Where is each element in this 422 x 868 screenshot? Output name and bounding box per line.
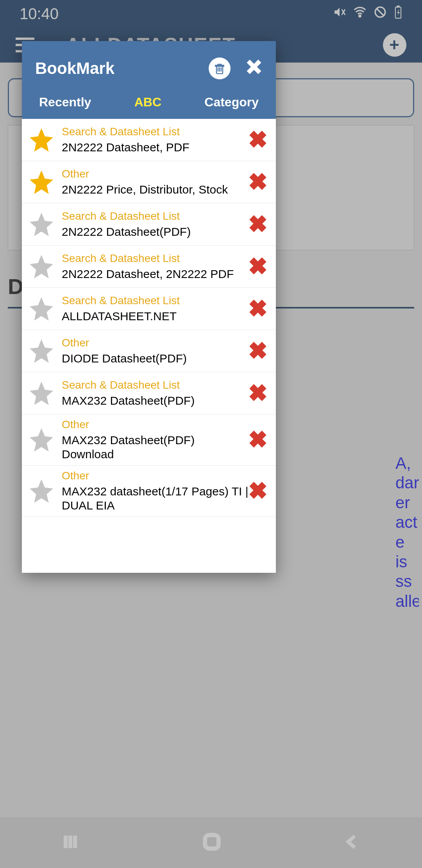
bookmark-category: Other (62, 418, 249, 431)
bookmark-text: OtherMAX232 datasheet(1/17 Pages) TI | D… (55, 470, 249, 513)
bookmark-row[interactable]: Search & Datasheet ListMAX232 Datasheet(… (22, 372, 276, 414)
bookmark-title: 2N2222 Datasheet, 2N2222 PDF (62, 267, 249, 281)
delete-button[interactable] (249, 299, 270, 319)
bookmark-text: OtherMAX232 Datasheet(PDF) Download (55, 418, 249, 461)
tab-category[interactable]: Category (204, 95, 259, 109)
modal-header: BookMark Recently ABC Category (22, 41, 276, 119)
bookmark-list[interactable]: Search & Datasheet List2N2222 Datasheet,… (22, 119, 276, 573)
bookmark-text: Search & Datasheet ListALLDATASHEET.NET (55, 294, 249, 323)
bookmark-text: Other2N2222 Price, Distributor, Stock (55, 168, 249, 197)
delete-button[interactable] (249, 172, 270, 192)
bookmark-title: DIODE Datasheet(PDF) (62, 352, 249, 366)
bookmark-category: Other (62, 470, 249, 482)
svg-rect-4 (205, 835, 219, 849)
tab-abc[interactable]: ABC (134, 95, 161, 109)
star-icon[interactable] (27, 253, 55, 281)
bookmark-row[interactable]: Search & Datasheet List2N2222 Datasheet,… (22, 246, 276, 288)
delete-button[interactable] (249, 130, 270, 150)
bookmark-category: Search & Datasheet List (62, 252, 249, 265)
star-icon[interactable] (27, 295, 55, 323)
bookmark-category: Other (62, 168, 249, 180)
star-icon[interactable] (27, 210, 55, 239)
bookmark-title: MAX232 Datasheet(PDF) (62, 394, 249, 408)
bookmark-category: Search & Datasheet List (62, 294, 249, 307)
delete-button[interactable] (249, 341, 270, 361)
star-icon[interactable] (27, 426, 55, 454)
bookmark-category: Search & Datasheet List (62, 210, 249, 222)
star-icon[interactable] (27, 477, 55, 505)
delete-button[interactable] (249, 430, 270, 450)
star-icon[interactable] (27, 168, 55, 196)
bookmark-title: 2N2222 Datasheet, PDF (62, 140, 249, 154)
bookmark-row[interactable]: OtherMAX232 datasheet(1/17 Pages) TI | D… (22, 466, 276, 517)
bookmark-row[interactable]: Search & Datasheet ListALLDATASHEET.NET (22, 288, 276, 330)
modal-title: BookMark (35, 59, 114, 78)
bookmark-text: Search & Datasheet List2N2222 Datasheet,… (55, 252, 249, 281)
android-navbar (0, 817, 422, 868)
bookmark-category: Other (62, 337, 249, 349)
nav-recents[interactable] (61, 832, 80, 853)
bookmark-text: Search & Datasheet List2N2222 Datasheet,… (55, 126, 249, 154)
bookmark-text: Search & Datasheet ListMAX232 Datasheet(… (55, 379, 249, 408)
delete-button[interactable] (249, 481, 270, 501)
trash-icon (213, 62, 226, 75)
bookmark-modal: BookMark Recently ABC Category Se (22, 41, 276, 573)
bookmark-category: Search & Datasheet List (62, 126, 249, 138)
bookmark-category: Search & Datasheet List (62, 379, 249, 391)
bookmark-row[interactable]: Search & Datasheet List2N2222 Datasheet(… (22, 203, 276, 246)
bookmark-row[interactable]: OtherDIODE Datasheet(PDF) (22, 330, 276, 372)
tab-recently[interactable]: Recently (39, 95, 91, 109)
bookmark-row[interactable]: OtherMAX232 Datasheet(PDF) Download (22, 414, 276, 466)
close-button[interactable] (245, 58, 263, 79)
bookmark-title: ALLDATASHEET.NET (62, 309, 249, 323)
nav-back[interactable] (344, 833, 361, 852)
delete-button[interactable] (249, 256, 270, 277)
bookmark-title: MAX232 datasheet(1/17 Pages) TI | DUAL E… (62, 484, 249, 513)
bookmark-title: MAX232 Datasheet(PDF) Download (62, 433, 249, 461)
delete-button[interactable] (249, 383, 270, 404)
bookmark-text: OtherDIODE Datasheet(PDF) (55, 337, 249, 366)
nav-home[interactable] (202, 832, 222, 854)
trash-button[interactable] (209, 57, 231, 79)
delete-button[interactable] (249, 214, 270, 235)
bookmark-row[interactable]: Other2N2222 Price, Distributor, Stock (22, 161, 276, 203)
bookmark-row[interactable]: Search & Datasheet List2N2222 Datasheet,… (22, 119, 276, 161)
bookmark-text: Search & Datasheet List2N2222 Datasheet(… (55, 210, 249, 239)
star-icon[interactable] (27, 379, 55, 407)
bookmark-title: 2N2222 Datasheet(PDF) (62, 225, 249, 239)
star-icon[interactable] (27, 337, 55, 365)
close-icon (245, 58, 263, 75)
bookmark-title: 2N2222 Price, Distributor, Stock (62, 183, 249, 197)
modal-tabs: Recently ABC Category (35, 84, 263, 119)
star-icon[interactable] (27, 126, 55, 154)
